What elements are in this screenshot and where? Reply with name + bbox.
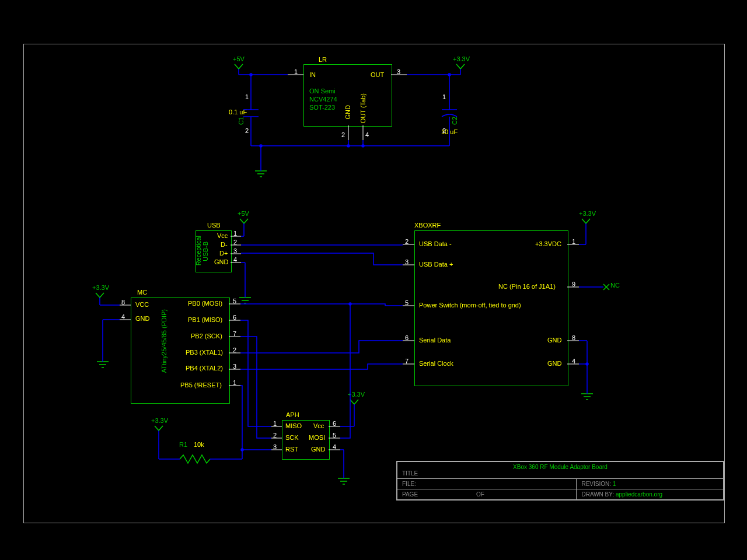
APH-p6: 6	[333, 420, 336, 427]
MC-p8: 8	[121, 299, 125, 306]
MC-p6: 6	[233, 314, 236, 321]
APH-gnd: GND	[311, 446, 325, 453]
XB-sd: Serial Data	[419, 337, 451, 344]
LR-pin3: 3	[397, 68, 400, 75]
file-label: FILE:	[402, 481, 416, 487]
LR-pin1: 1	[294, 68, 298, 75]
LR-in: IN	[309, 71, 316, 78]
MC-part: ATtiny25/45/85 (PDIP)	[160, 309, 167, 373]
LR-pn: NCV4274	[309, 96, 337, 103]
p33v-r1: +3.3V	[151, 417, 168, 424]
LR-pin4: 4	[365, 131, 369, 138]
XB-p3: 3	[405, 258, 409, 265]
des-C2: C2	[451, 117, 458, 125]
drawn-val: appliedcarbon.org	[616, 491, 662, 498]
val-R1: 10k	[194, 441, 204, 448]
drawn-label: DRAWN BY:	[581, 491, 614, 498]
rev-label: REVISION:	[581, 481, 611, 487]
XB-p2: 2	[405, 238, 409, 245]
USB-dm: D-	[221, 241, 228, 248]
p33v-aph: +3.3V	[348, 391, 365, 398]
USB-p2: 2	[233, 239, 237, 246]
MC-pb4: PB4 (XTAL2)	[186, 365, 223, 372]
C1-p2: 2	[245, 127, 249, 134]
XB-udm: USB Data -	[419, 240, 452, 247]
APH-p1: 1	[273, 420, 277, 427]
LR-otab: OUT (Tab)	[359, 93, 366, 123]
p33v-mc: +3.3V	[92, 284, 109, 291]
XB-p9: 9	[572, 281, 575, 288]
XB-gnd1: GND	[547, 337, 561, 344]
MC-p7: 7	[233, 330, 236, 337]
APH-miso: MISO	[285, 422, 302, 429]
NC-label: NC	[610, 282, 620, 289]
p5v-top: +5V	[233, 55, 245, 62]
APH-sck: SCK	[285, 434, 299, 441]
USB-sub2: Receptical	[195, 236, 202, 265]
MC-pb2: PB2 (SCK)	[191, 332, 222, 340]
APH-p4: 4	[333, 443, 336, 450]
MC-p4: 4	[121, 313, 125, 320]
XB-p6: 6	[405, 334, 409, 341]
USB-p1: 1	[233, 230, 237, 237]
XB-sc: Serial Clock	[419, 360, 453, 367]
LR-out: OUT	[371, 71, 384, 78]
des-APH: APH	[286, 411, 299, 418]
MC-p1: 1	[233, 379, 236, 386]
APH-rst: RST	[285, 446, 298, 453]
p5v-usb: +5V	[238, 210, 249, 217]
MC-pb5: PB5 (!RESET)	[180, 382, 222, 388]
USB-sub: USB-B	[202, 242, 209, 261]
MC-pb0: PB0 (MOSI)	[188, 300, 222, 307]
C2-p1: 1	[442, 93, 446, 100]
schematic-page: LR IN OUT ON Semi NCV4274 SOT-223 GND OU…	[0, 0, 747, 560]
p33v-xb: +3.3V	[579, 210, 596, 217]
des-XB: XBOXRF	[414, 222, 441, 229]
APH-mosi: MOSI	[309, 434, 325, 441]
LR-gnd: GND	[344, 105, 351, 119]
LR-mfr: ON Semi	[309, 88, 336, 94]
MC-pb3: PB3 (XTAL1)	[186, 349, 223, 356]
USB-vcc: Vcc	[217, 232, 228, 239]
APH-vcc: Vcc	[313, 422, 324, 429]
MC-pb1: PB1 (MISO)	[188, 316, 222, 323]
title-block: XBox 360 RF Module Adaptor BoardTITLE FI…	[396, 461, 724, 501]
MC-p3: 3	[233, 363, 236, 370]
APH-p3: 3	[273, 443, 277, 450]
des-MC: MC	[137, 289, 147, 296]
MC-p2: 2	[233, 346, 236, 354]
XB-p8: 8	[572, 334, 575, 341]
XB-p4: 4	[572, 358, 575, 365]
LR-pkg: SOT-223	[309, 104, 335, 111]
USB-p3: 3	[233, 247, 237, 254]
rev-val: 1	[613, 481, 616, 487]
des-R1: R1	[179, 441, 187, 448]
title-text: XBox 360 RF Module Adaptor Board	[513, 464, 608, 470]
C2-p2: 2	[442, 127, 446, 134]
title-label: TITLE	[402, 470, 418, 477]
USB-p4: 4	[233, 256, 237, 263]
MC-vcc: VCC	[135, 301, 149, 308]
USB-gnd: GND	[214, 258, 228, 265]
LR-pin2: 2	[341, 131, 345, 138]
page-label: PAGE	[402, 491, 418, 498]
MC-gnd: GND	[135, 315, 149, 322]
XB-v33: +3.3VDC	[535, 240, 561, 247]
des-LR: LR	[319, 56, 327, 63]
des-C1: C1	[238, 117, 245, 125]
XB-gnd2: GND	[547, 360, 561, 367]
of-label: OF	[476, 491, 484, 498]
APH-p2: 2	[273, 432, 277, 439]
APH-p5: 5	[333, 432, 336, 439]
XB-pwr: Power Switch (mom-off, tied to gnd)	[419, 302, 521, 309]
C1-p1: 1	[245, 93, 249, 100]
XB-nc: NC (Pin 16 of J1A1)	[498, 283, 556, 290]
USB-dp: D+	[219, 250, 228, 257]
XB-p7: 7	[405, 358, 409, 365]
MC-p5: 5	[233, 298, 236, 304]
XB-p5: 5	[405, 299, 409, 306]
XB-p1: 1	[572, 238, 575, 245]
XB-udp: USB Data +	[419, 261, 453, 268]
des-USB: USB	[207, 222, 221, 229]
p33v-top: +3.3V	[453, 55, 470, 62]
